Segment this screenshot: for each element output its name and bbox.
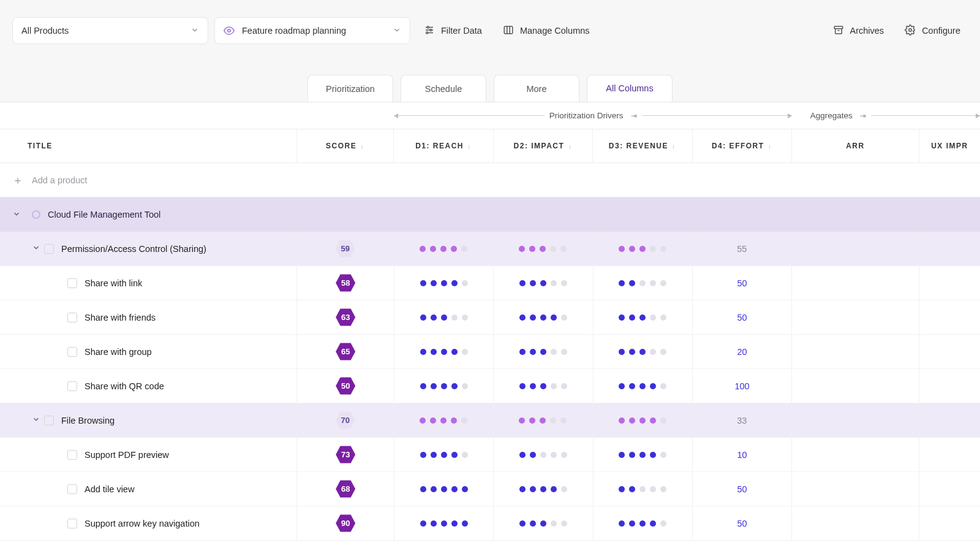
effort-value[interactable]: 50 (737, 313, 747, 322)
driver-dots[interactable] (420, 486, 468, 492)
view-select[interactable]: Feature roadmap planning (214, 17, 410, 44)
archive-icon (833, 25, 844, 37)
colgroup-aggregates: Aggregates (810, 111, 853, 120)
feature-group-row[interactable]: File Browsing 70 33 (0, 403, 980, 438)
driver-dots[interactable] (619, 280, 666, 286)
driver-dots[interactable] (519, 349, 567, 355)
driver-dots[interactable] (619, 520, 666, 527)
svg-rect-7 (504, 26, 513, 34)
col-arr[interactable]: ARR (792, 129, 919, 162)
driver-dots[interactable] (619, 417, 666, 424)
configure-button[interactable]: Configure (897, 17, 968, 44)
driver-dots[interactable] (420, 520, 468, 527)
checkbox[interactable] (44, 416, 54, 425)
item-name: Add tile view (85, 484, 134, 494)
item-name: Share with QR code (85, 381, 164, 391)
effort-value[interactable]: 55 (737, 244, 747, 254)
item-row[interactable]: Support arrow key navigation 90 50 (0, 506, 980, 541)
feature-group-row[interactable]: Permission/Access Control (Sharing) 59 5… (0, 232, 980, 266)
effort-value[interactable]: 33 (737, 416, 747, 425)
checkbox[interactable] (67, 450, 77, 460)
score-badge: 63 (335, 308, 356, 327)
product-select[interactable]: All Products (12, 17, 208, 44)
driver-dots[interactable] (519, 314, 567, 321)
chevron-down-icon[interactable] (32, 243, 40, 254)
add-product-row[interactable]: ＋ Add a product (0, 163, 980, 197)
driver-dots[interactable] (519, 246, 567, 252)
view-select-label: Feature roadmap planning (242, 26, 346, 36)
score-badge: 58 (335, 274, 356, 292)
driver-dots[interactable] (619, 314, 666, 321)
driver-dots[interactable] (420, 349, 468, 355)
tab-prioritization[interactable]: Prioritization (307, 75, 393, 102)
driver-dots[interactable] (420, 246, 467, 252)
driver-dots[interactable] (619, 349, 666, 355)
driver-dots[interactable] (420, 417, 467, 424)
col-d2[interactable]: D2: IMPACT↓ (494, 129, 593, 162)
archives-button[interactable]: Archives (826, 17, 892, 44)
product-name: Cloud File Management Tool (48, 210, 160, 219)
checkbox[interactable] (67, 484, 77, 494)
driver-dots[interactable] (420, 314, 468, 321)
col-ux[interactable]: UX IMPR (919, 129, 980, 162)
filter-label: Filter Data (441, 26, 482, 36)
product-group-row[interactable]: Cloud File Management Tool (0, 197, 980, 232)
checkbox[interactable] (67, 313, 77, 322)
col-d3[interactable]: D3: REVENUE↓ (593, 129, 692, 162)
item-row[interactable]: Support PDF preview 73 10 (0, 438, 980, 472)
driver-dots[interactable] (519, 486, 567, 492)
effort-value[interactable]: 100 (734, 381, 749, 391)
collapse-icon[interactable]: ⇥ (631, 112, 637, 120)
driver-dots[interactable] (420, 383, 468, 389)
item-row[interactable]: Share with QR code 50 100 (0, 369, 980, 403)
colgroup-drivers: Prioritization Drivers (549, 111, 624, 120)
checkbox[interactable] (44, 244, 54, 254)
tab-all-columns[interactable]: All Columns (587, 75, 673, 102)
effort-value[interactable]: 50 (737, 484, 747, 494)
checkbox[interactable] (67, 519, 77, 528)
score-badge: 50 (335, 377, 356, 395)
effort-value[interactable]: 10 (737, 450, 747, 460)
add-product-label: Add a product (32, 175, 87, 185)
driver-dots[interactable] (619, 452, 666, 458)
driver-dots[interactable] (619, 246, 666, 252)
driver-dots[interactable] (420, 280, 468, 286)
manage-columns-button[interactable]: Manage Columns (496, 17, 597, 44)
driver-dots[interactable] (519, 417, 567, 424)
tab-schedule[interactable]: Schedule (401, 75, 486, 102)
item-row[interactable]: Share with friends 63 50 (0, 300, 980, 335)
svg-point-0 (228, 29, 231, 32)
effort-value[interactable]: 20 (737, 347, 747, 357)
tab-more[interactable]: More (494, 75, 579, 102)
checkbox[interactable] (67, 381, 77, 391)
driver-dots[interactable] (619, 486, 666, 492)
effort-value[interactable]: 50 (737, 519, 747, 528)
chevron-down-icon (393, 26, 401, 36)
sort-desc-icon: ↓ (467, 142, 472, 150)
item-row[interactable]: Add tile view 68 50 (0, 472, 980, 506)
filter-icon (424, 25, 435, 37)
chevron-down-icon[interactable] (32, 415, 40, 426)
checkbox[interactable] (67, 347, 77, 357)
score-badge: 68 (335, 480, 356, 498)
driver-dots[interactable] (619, 383, 666, 389)
driver-dots[interactable] (420, 452, 468, 458)
collapse-icon[interactable]: ⇥ (860, 112, 866, 120)
driver-dots[interactable] (519, 452, 567, 458)
col-score[interactable]: SCORE↓ (297, 129, 394, 162)
item-name: Share with friends (85, 313, 156, 322)
col-d1[interactable]: D1: REACH↓ (394, 129, 493, 162)
chevron-down-icon[interactable] (12, 210, 21, 220)
driver-dots[interactable] (519, 520, 567, 527)
item-name: Share with link (85, 278, 142, 288)
driver-dots[interactable] (519, 280, 567, 286)
checkbox[interactable] (67, 278, 77, 288)
svg-point-12 (909, 28, 912, 31)
item-name: Support PDF preview (85, 450, 169, 460)
filter-button[interactable]: Filter Data (417, 17, 489, 44)
driver-dots[interactable] (519, 383, 567, 389)
item-row[interactable]: Share with link 58 50 (0, 266, 980, 300)
effort-value[interactable]: 50 (737, 278, 747, 288)
col-d4[interactable]: D4: EFFORT↓ (693, 129, 792, 162)
item-row[interactable]: Share with group 65 20 (0, 335, 980, 369)
